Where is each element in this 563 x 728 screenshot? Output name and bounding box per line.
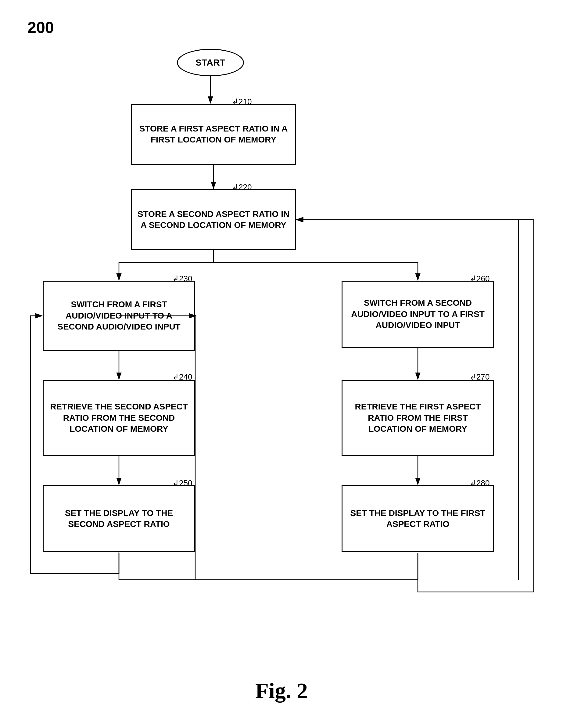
diagram-container: 200 START ↲210 STORE A FIRST ASPECT RATI…: [0, 0, 563, 728]
box-230-text: SWITCH FROM A FIRST AUDIO/VIDEO INPUT TO…: [47, 299, 191, 332]
start-oval: START: [177, 49, 244, 76]
box-240: RETRIEVE THE SECOND ASPECT RATIO FROM TH…: [43, 380, 195, 456]
start-label: START: [196, 57, 226, 68]
box-260: SWITCH FROM A SECOND AUDIO/VIDEO INPUT T…: [341, 281, 494, 348]
box-280-text: SET THE DISPLAY TO THE FIRST ASPECT RATI…: [345, 508, 490, 530]
box-280: SET THE DISPLAY TO THE FIRST ASPECT RATI…: [341, 485, 494, 552]
diagram-number: 200: [27, 18, 54, 37]
box-250: SET THE DISPLAY TO THE SECOND ASPECT RAT…: [43, 485, 195, 552]
box-270-text: RETRIEVE THE FIRST ASPECT RATIO FROM THE…: [345, 401, 490, 434]
box-230: SWITCH FROM A FIRST AUDIO/VIDEO INPUT TO…: [43, 281, 195, 351]
box-210-text: STORE A FIRST ASPECT RATIO IN A FIRST LO…: [135, 123, 292, 146]
box-210: STORE A FIRST ASPECT RATIO IN A FIRST LO…: [131, 104, 296, 165]
figure-label: Fig. 2: [255, 678, 308, 704]
box-250-text: SET THE DISPLAY TO THE SECOND ASPECT RAT…: [47, 508, 191, 530]
box-260-text: SWITCH FROM A SECOND AUDIO/VIDEO INPUT T…: [345, 297, 490, 331]
box-240-text: RETRIEVE THE SECOND ASPECT RATIO FROM TH…: [47, 401, 191, 434]
box-270: RETRIEVE THE FIRST ASPECT RATIO FROM THE…: [341, 380, 494, 456]
box-220-text: STORE A SECOND ASPECT RATIO IN A SECOND …: [135, 209, 292, 231]
box-220: STORE A SECOND ASPECT RATIO IN A SECOND …: [131, 189, 296, 250]
